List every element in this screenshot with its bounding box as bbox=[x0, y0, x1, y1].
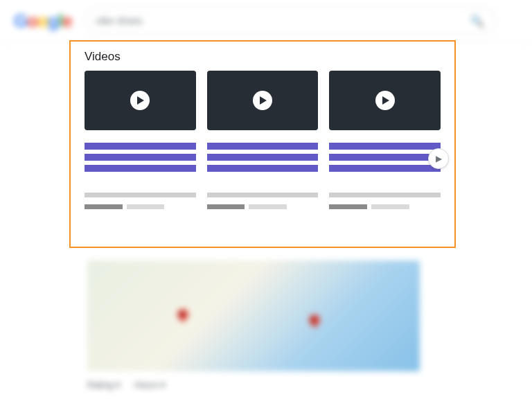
video-thumbnail[interactable] bbox=[85, 71, 196, 130]
video-card[interactable] bbox=[329, 71, 441, 209]
video-card[interactable] bbox=[85, 71, 196, 209]
rating-filter[interactable]: Rating ▾ bbox=[87, 380, 121, 390]
local-map[interactable] bbox=[87, 260, 420, 371]
video-card[interactable] bbox=[207, 71, 319, 209]
map-pin-icon[interactable] bbox=[175, 307, 191, 323]
video-meta-placeholder bbox=[329, 204, 441, 209]
video-meta-placeholder bbox=[207, 204, 319, 209]
search-input[interactable]: nike shoes 🔍 bbox=[85, 7, 496, 35]
video-thumbnail[interactable] bbox=[329, 71, 441, 130]
search-icon[interactable]: 🔍 bbox=[470, 15, 484, 28]
videos-feature-block: Videos ▶ bbox=[69, 40, 456, 248]
video-meta-placeholder bbox=[85, 204, 196, 209]
video-thumbnail[interactable] bbox=[207, 71, 319, 130]
video-source-placeholder bbox=[207, 193, 319, 197]
play-icon bbox=[253, 91, 272, 110]
carousel-next-button[interactable]: ▶ bbox=[428, 148, 449, 169]
videos-heading: Videos bbox=[85, 50, 441, 64]
search-header: Google nike shoes 🔍 bbox=[0, 0, 532, 42]
google-logo[interactable]: Google bbox=[14, 10, 72, 32]
local-results: Rating ▾ Hours ▾ bbox=[87, 260, 434, 390]
video-source-placeholder bbox=[85, 193, 196, 197]
map-pin-icon[interactable] bbox=[307, 312, 323, 328]
video-title-placeholder bbox=[85, 143, 196, 172]
video-title-placeholder bbox=[207, 143, 319, 172]
search-query-text: nike shoes bbox=[96, 15, 143, 26]
video-source-placeholder bbox=[329, 193, 441, 197]
play-icon bbox=[375, 91, 395, 110]
video-title-placeholder bbox=[329, 143, 441, 172]
local-filter-row: Rating ▾ Hours ▾ bbox=[87, 380, 434, 390]
hours-filter[interactable]: Hours ▾ bbox=[134, 380, 166, 390]
play-icon bbox=[130, 91, 150, 110]
video-carousel: ▶ bbox=[85, 71, 441, 209]
